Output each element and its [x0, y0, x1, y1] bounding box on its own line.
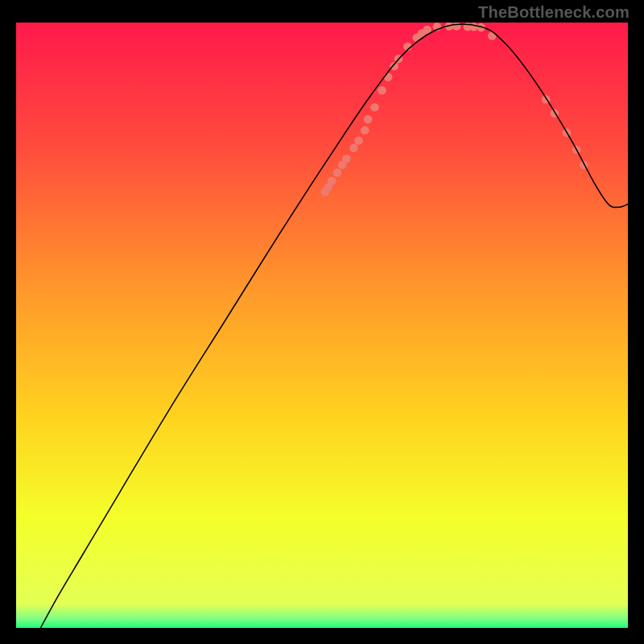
plot-area — [16, 23, 628, 628]
scatter-point — [384, 72, 393, 81]
scatter-point — [328, 177, 336, 186]
scatter-point — [342, 155, 351, 163]
scatter-point — [390, 62, 398, 71]
scatter-point — [469, 23, 478, 31]
scatter-point — [354, 136, 363, 145]
watermark-text: TheBottleneck.com — [478, 3, 630, 22]
scatter-point — [370, 103, 379, 112]
scatter-point — [361, 126, 369, 135]
scatter-point — [488, 31, 497, 40]
scatter-point — [333, 168, 342, 177]
scatter-point — [349, 143, 358, 152]
scatter-point — [364, 115, 373, 124]
chart-svg — [16, 23, 628, 628]
gradient-background — [16, 23, 628, 628]
scatter-point — [378, 86, 386, 95]
chart-frame: TheBottleneck.com — [0, 0, 644, 644]
